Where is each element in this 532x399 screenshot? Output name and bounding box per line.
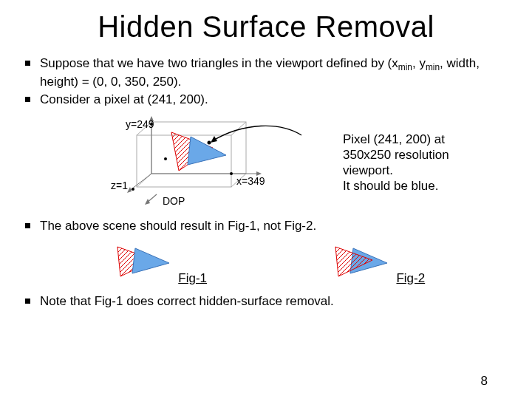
pixel-dot [208,141,211,145]
caption-line: Pixel (241, 200) at [343,132,449,147]
bullet-list: Suppose that we have two triangles in th… [0,48,532,108]
bullet-list-3: Note that Fig-1 does correct hidden-surf… [0,286,532,310]
pointer-curve [212,126,301,141]
fig-1-block: Fig-1 [107,241,207,286]
dop-label: DOP [163,195,185,207]
svg-point-15 [132,188,134,191]
bullet-4: Note that Fig-1 does correct hidden-surf… [25,293,507,310]
caption-line: viewport. [343,163,449,178]
subscript: min [426,62,440,72]
bullet-list-2: The above scene should result in Fig-1, … [0,211,532,234]
bullet-1: Suppose that we have two triangles in th… [25,55,507,89]
bullet-2: Consider a pixel at (241, 200). [25,92,507,108]
caption-line: It should be blue. [343,178,449,194]
svg-marker-19 [132,248,169,273]
z-axis-icon [127,174,151,193]
fig-2-diagram [325,241,393,282]
svg-marker-17 [145,199,150,205]
fig-2-block: Fig-2 [325,241,425,286]
bullet-3: The above scene should result in Fig-1, … [25,218,507,234]
fig-2-label: Fig-2 [396,271,425,286]
slide-title: Hidden Surface Removal [0,0,532,48]
page-number: 8 [481,374,488,389]
scene-diagram: y=249 x=349 z=1 DOP [111,115,310,211]
fig-1-label: Fig-1 [178,271,207,286]
fig-1-diagram [107,241,175,282]
svg-point-14 [230,172,233,175]
text-fragment: , y [412,56,426,70]
blue-triangle [188,137,226,165]
text-fragment: Suppose that we have two triangles in th… [40,56,398,70]
subscript: min [398,62,412,72]
x-axis-label: x=349 [236,175,265,187]
scene-caption: Pixel (241, 200) at 350x250 resolution v… [343,132,449,194]
caption-line: 350x250 resolution [343,147,449,163]
y-axis-label: y=249 [126,118,154,130]
z-axis-label: z=1 [111,180,128,191]
svg-point-13 [164,157,167,160]
